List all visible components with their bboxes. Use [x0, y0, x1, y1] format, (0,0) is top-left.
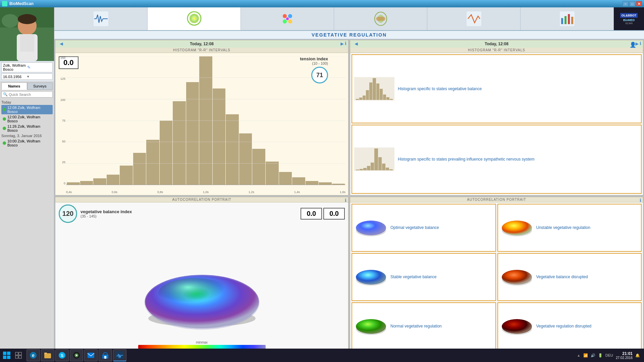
taskbar-clock[interactable]: 21:01 27.02.2016 [616, 351, 633, 360]
tray-up-arrow[interactable]: ▲ [577, 353, 581, 357]
histogram-content: 0.0 tension index (10 - 100) 71 15 [55, 53, 348, 195]
svg-rect-54 [15, 352, 18, 355]
tab-trend[interactable] [521, 7, 614, 30]
sidebar-tabs: Names Surveys [1, 82, 53, 90]
svg-point-47 [356, 319, 386, 334]
user-icon[interactable]: 👤 [630, 42, 636, 48]
explorer-app[interactable] [41, 349, 54, 361]
info-icon[interactable]: ℹ [345, 41, 347, 46]
ref-disrupted: Vegetative balance disrupted [497, 253, 642, 301]
session-label: 12:00 Zolk, Wolfram Bosco [7, 115, 51, 123]
page-title: VEGETATIVE REGULATION [56, 32, 643, 38]
svg-rect-23 [561, 18, 563, 24]
right-prev-arrow[interactable]: ◄ [354, 41, 359, 47]
right-autocorr-panel: AUTOCORRELATION PORTRAIT ℹ [350, 197, 643, 352]
ie-app[interactable]: e [26, 349, 40, 361]
session-item[interactable]: 12:08 Zolk, Wolfram Bosco [1, 105, 53, 114]
session-item[interactable]: 10:00 Zolk, Wolfram Bosco [1, 138, 53, 148]
biomedscam-app[interactable] [113, 349, 126, 361]
svg-rect-61 [44, 353, 47, 354]
svg-rect-26 [571, 17, 573, 24]
tab-body[interactable] [334, 7, 427, 30]
mail-app[interactable] [84, 349, 98, 361]
right-autocorr-header: AUTOCORRELATION PORTRAIT ℹ [350, 197, 643, 202]
session-item[interactable]: 12:00 Zolk, Wolfram Bosco [1, 114, 53, 124]
unstable-ellipse [500, 219, 534, 237]
svg-rect-69 [104, 356, 106, 359]
right-panels: ◄ Today, 12:08 ► 👤 HISTOGRAM "R-R" INTER… [349, 39, 644, 353]
svg-rect-57 [19, 356, 21, 358]
svg-rect-6 [20, 35, 34, 52]
session-item[interactable]: 11:26 Zolk, Wolfram Bosco [1, 124, 53, 133]
tab-neuro[interactable] [241, 7, 334, 30]
grid-svg [66, 56, 345, 185]
vbi-value-boxes: 0.0 0.0 [301, 208, 345, 220]
tab-ecg[interactable] [54, 7, 148, 30]
left-prev-arrow[interactable]: ◄ [59, 41, 64, 47]
skype-app[interactable]: S [55, 349, 69, 361]
vbi-circle: 120 [59, 204, 77, 223]
patient-name-row: Zolk, Wolfram Bosco ✎ [1, 62, 53, 72]
svg-point-5 [18, 14, 37, 24]
patient-info-section: Zolk, Wolfram Bosco ✎ 16.03.1956 ▾ [0, 61, 54, 81]
app-container: Zolk, Wolfram Bosco ✎ 16.03.1956 ▾ Names… [0, 7, 644, 362]
patient-dob: 16.03.1956 [3, 75, 27, 79]
svg-rect-53 [7, 356, 10, 359]
notification-icon[interactable]: 🔔 [635, 353, 640, 358]
store-app[interactable] [99, 349, 112, 361]
patient-dob-row: 16.03.1956 ▾ [1, 73, 53, 80]
media-app[interactable] [70, 349, 83, 361]
vbi-section: 120 vegetative balance index (35 - 145) … [55, 202, 348, 225]
vbi-labels: vegetative balance index (35 - 145) [80, 209, 132, 218]
color-scale-labels: min max [196, 341, 208, 344]
right-info-icon[interactable]: ℹ [640, 41, 642, 46]
sessions-list: Today 12:08 Zolk, Wolfram Bosco 12:00 Zo… [0, 99, 54, 354]
svg-point-13 [288, 14, 292, 18]
sidebar: Zolk, Wolfram Bosco ✎ 16.03.1956 ▾ Names… [0, 7, 54, 362]
svg-rect-67 [88, 353, 94, 358]
autocorr-info-icon[interactable]: ℹ [345, 198, 347, 203]
svg-point-2 [2, 14, 18, 27]
page-title-bar: VEGETATIVE REGULATION [54, 31, 644, 39]
calendar-icon[interactable]: ▾ [27, 74, 51, 79]
right-hist-item-1: Histogram specific to states vegetative … [352, 54, 642, 123]
disrupted-ellipse [500, 268, 534, 286]
main-content: OL&BBOT BioMED SCAN VEGETATIVE REGULATIO… [54, 7, 644, 362]
right-hist-container: Histogram specific to states vegetative … [350, 53, 643, 195]
task-view-button[interactable] [13, 350, 24, 361]
session-label: 11:26 Zolk, Wolfram Bosco [7, 124, 51, 132]
minimize-button[interactable]: − [623, 1, 629, 6]
ref-unstable: Unstable vegetative regulation [497, 204, 642, 252]
logo-text: BioMED [623, 18, 635, 22]
left-histogram-header: HISTOGRAM "R-R" INTERVALS ℹ [55, 48, 348, 53]
maximize-button[interactable]: □ [629, 1, 635, 6]
session-dot [3, 108, 6, 111]
svg-point-14 [283, 19, 287, 23]
search-input[interactable] [9, 93, 51, 97]
svg-point-11 [193, 17, 195, 19]
svg-text:e: e [32, 353, 35, 358]
svg-rect-52 [3, 356, 6, 359]
svg-point-16 [286, 17, 289, 20]
tab-cross[interactable] [427, 7, 521, 30]
vbi-val1: 0.0 [301, 208, 322, 220]
session-dot [3, 127, 6, 130]
tab-surveys[interactable]: Surveys [27, 82, 53, 90]
lang-display: DEU [605, 353, 613, 357]
left-next-arrow[interactable]: ► [339, 41, 345, 47]
app-icon [2, 1, 7, 6]
tab-vegetative[interactable] [148, 7, 241, 30]
sessions-day-today: Today [1, 100, 53, 105]
tab-names[interactable]: Names [1, 82, 27, 90]
mini-bars-2 [356, 148, 393, 170]
svg-point-36 [158, 278, 232, 308]
right-autocorr-info-icon[interactable]: ℹ [640, 198, 642, 203]
edit-patient-icon[interactable]: ✎ [27, 65, 51, 70]
session-label: 10:00 Zolk, Wolfram Bosco [7, 139, 51, 147]
svg-rect-55 [19, 352, 21, 355]
windows-start-button[interactable] [1, 350, 12, 361]
left-autocorr-panel: AUTOCORRELATION PORTRAIT ℹ 120 vegetativ… [55, 197, 348, 352]
right-hist-item-2: Histogram specific to states prevailing … [352, 125, 642, 194]
ref-veg-disrupted-label: Vegetative regulation disrupted [536, 323, 592, 329]
close-button[interactable]: ✕ [636, 1, 642, 6]
